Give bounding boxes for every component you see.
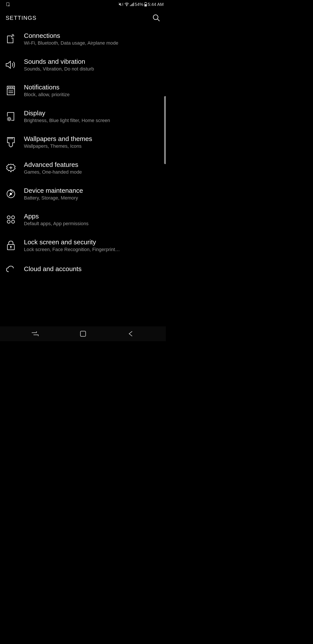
svg-line-31 — [10, 118, 11, 118]
svg-line-30 — [7, 120, 8, 120]
svg-point-15 — [11, 36, 12, 37]
home-button[interactable] — [79, 330, 87, 338]
svg-point-40 — [7, 216, 10, 219]
setting-title: Notifications — [24, 83, 160, 91]
setting-item-maintenance[interactable]: Device maintenance Battery, Storage, Mem… — [6, 181, 160, 207]
svg-rect-9 — [133, 2, 134, 6]
setting-item-lockscreen[interactable]: Lock screen and security Lock screen, Fa… — [6, 232, 160, 258]
setting-title: Display — [24, 109, 160, 117]
sim-icon — [6, 2, 9, 6]
setting-desc: Sounds, Vibration, Do not disturb — [24, 66, 160, 72]
battery-icon — [144, 2, 147, 6]
svg-point-20 — [12, 87, 13, 88]
settings-list: Connections Wi-Fi, Bluetooth, Data usage… — [0, 26, 166, 274]
recent-apps-button[interactable] — [31, 330, 39, 338]
advanced-icon — [6, 163, 16, 173]
setting-desc: Games, One-handed mode — [24, 169, 160, 175]
setting-title: Cloud and accounts — [24, 265, 160, 273]
svg-line-14 — [158, 19, 160, 21]
setting-item-display[interactable]: Display Brightness, Blue light filter, H… — [6, 104, 160, 130]
svg-rect-12 — [145, 4, 146, 6]
svg-rect-6 — [130, 5, 131, 6]
status-bar: 54% 5:44 AM — [0, 0, 166, 9]
search-button[interactable] — [152, 14, 160, 22]
nav-bar — [0, 326, 166, 341]
wifi-icon — [124, 2, 129, 6]
svg-point-19 — [11, 87, 11, 88]
signal-icon — [130, 2, 134, 6]
svg-point-42 — [7, 220, 10, 223]
setting-item-cloud[interactable]: Cloud and accounts — [6, 258, 160, 274]
battery-percent: 54% — [135, 2, 143, 7]
back-button[interactable] — [127, 330, 135, 338]
scroll-indicator[interactable] — [164, 96, 166, 164]
setting-desc: Battery, Storage, Memory — [24, 195, 160, 201]
svg-rect-11 — [145, 2, 146, 2]
svg-rect-7 — [131, 4, 132, 6]
svg-point-41 — [11, 216, 14, 219]
header: SETTINGS — [0, 9, 166, 26]
svg-point-23 — [8, 118, 10, 120]
setting-item-sounds[interactable]: Sounds and vibration Sounds, Vibration, … — [6, 52, 160, 78]
svg-rect-47 — [80, 331, 86, 336]
svg-point-5 — [126, 6, 127, 6]
setting-title: Apps — [24, 212, 160, 220]
connections-icon — [6, 34, 16, 44]
lock-icon — [6, 240, 16, 251]
setting-item-wallpapers[interactable]: Wallpapers and themes Wallpapers, Themes… — [6, 129, 160, 155]
svg-point-18 — [9, 87, 9, 88]
setting-desc: Default apps, App permissions — [24, 220, 160, 227]
apps-icon — [6, 214, 16, 225]
setting-item-advanced[interactable]: Advanced features Games, One-handed mode — [6, 155, 160, 181]
cloud-icon — [6, 264, 16, 274]
setting-item-connections[interactable]: Connections Wi-Fi, Bluetooth, Data usage… — [6, 26, 160, 52]
setting-title: Connections — [24, 32, 160, 40]
setting-desc: Wi-Fi, Bluetooth, Data usage, Airplane m… — [24, 40, 160, 46]
setting-desc: Wallpapers, Themes, Icons — [24, 143, 160, 150]
setting-item-notifications[interactable]: Notifications Block, allow, prioritize — [6, 78, 160, 104]
setting-title: Advanced features — [24, 161, 160, 168]
setting-title: Sounds and vibration — [24, 58, 160, 66]
setting-title: Lock screen and security — [24, 238, 160, 246]
svg-rect-8 — [132, 4, 133, 6]
svg-point-13 — [153, 15, 158, 20]
setting-title: Device maintenance — [24, 187, 160, 194]
wallpapers-icon — [6, 137, 16, 148]
svg-line-28 — [7, 118, 8, 118]
setting-title: Wallpapers and themes — [24, 135, 160, 143]
display-icon — [6, 111, 16, 122]
status-time: 5:44 AM — [148, 2, 164, 7]
svg-point-45 — [10, 246, 11, 247]
svg-point-43 — [11, 220, 14, 223]
sound-icon — [6, 60, 16, 70]
setting-desc: Block, allow, prioritize — [24, 92, 160, 98]
setting-item-apps[interactable]: Apps Default apps, App permissions — [6, 207, 160, 232]
notifications-icon — [6, 85, 16, 96]
svg-line-29 — [10, 120, 11, 120]
setting-desc: Lock screen, Face Recognition, Fingerpri… — [24, 246, 160, 253]
mute-vibrate-icon — [119, 2, 123, 6]
setting-desc: Brightness, Blue light filter, Home scre… — [24, 118, 160, 124]
page-title: SETTINGS — [6, 14, 36, 21]
maintenance-icon — [6, 189, 16, 199]
